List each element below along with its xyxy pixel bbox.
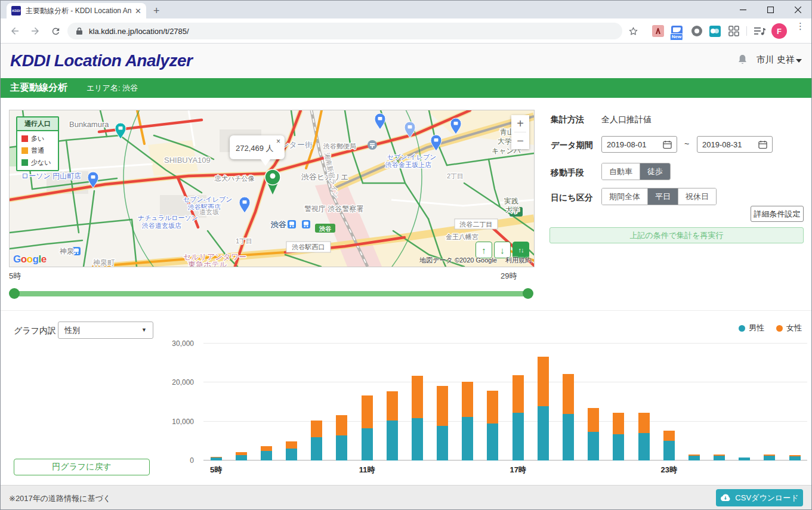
new-tab-button[interactable]: + <box>153 5 160 17</box>
tooltip-close-icon[interactable]: × <box>276 138 280 145</box>
csv-download-button[interactable]: CSVダウンロード <box>716 489 803 506</box>
cloud-download-icon <box>720 494 731 502</box>
map-label-shibuya109: SHIBUYA109 <box>164 156 211 165</box>
shibuya-station-icon[interactable] <box>288 220 296 228</box>
map-label-natural-lawson-1: ナチュラルローソン <box>138 214 198 221</box>
new-badge: New <box>670 33 683 41</box>
lock-icon <box>76 27 83 35</box>
browser-window: KDDI 主要動線分析 - KDDI Location An ✕ + kla.k… <box>0 0 812 510</box>
bar-14時 <box>430 344 455 460</box>
map-label-lawson: ローソン 円山町店 <box>21 172 81 180</box>
bar-13時 <box>405 344 430 460</box>
bar-24時 <box>681 344 706 460</box>
daytype-option-holiday[interactable]: 祝休日 <box>678 188 716 205</box>
close-button[interactable] <box>784 1 811 18</box>
bar-16時 <box>480 344 505 460</box>
browser-menu-icon[interactable]: ⋮ <box>796 24 805 29</box>
bar-segment-男性 <box>638 433 650 460</box>
notification-bell-icon[interactable] <box>737 54 748 66</box>
calendar-icon[interactable] <box>758 140 767 149</box>
chart-y-axis: 010,00020,00030,000 <box>150 344 199 460</box>
maximize-button[interactable] <box>757 1 784 18</box>
map-label-post-office: 渋谷郵便局 <box>323 143 356 150</box>
map-label-hachiko: 忠犬ハチ公像 <box>214 175 255 182</box>
date-to-input[interactable]: 2019-08-31 <box>697 136 773 153</box>
map-label-shibuya-shield: 渋谷 <box>319 225 332 232</box>
bar-18時 <box>530 344 555 460</box>
rerun-aggregation-button[interactable]: 上記の条件で集計を再実行 <box>549 227 804 243</box>
bar-segment-男性 <box>336 435 347 460</box>
terms-link[interactable]: 利用規約 <box>505 256 532 265</box>
time-range-slider[interactable] <box>14 291 528 296</box>
bar-19時 <box>555 344 581 460</box>
bar-21時 <box>606 344 631 460</box>
extension-teal-icon[interactable] <box>708 24 721 38</box>
bar-17時: 17時 <box>505 344 530 460</box>
google-map[interactable]: 渋谷駅西口 渋谷二丁目 渋谷 3 Bunkamura 松濤 ローソン 円 <box>10 110 534 267</box>
daytype-option-all[interactable]: 期間全体 <box>602 188 648 205</box>
browser-tab[interactable]: KDDI 主要動線分析 - KDDI Location An ✕ <box>7 3 146 18</box>
bar-segment-男性 <box>462 417 473 460</box>
breakdown-label: グラフ内訳 <box>14 326 56 336</box>
y-tick-label: 20,000 <box>172 378 194 387</box>
map-label-jissen-1: 実践 <box>504 197 518 205</box>
transport-option-car[interactable]: 自動車 <box>602 163 640 180</box>
bar-segment-女性 <box>563 374 574 414</box>
extension-blue-new-icon[interactable]: New <box>670 24 683 38</box>
detail-settings-button[interactable]: 詳細条件設定 <box>751 206 804 222</box>
daytype-option-weekday[interactable]: 平日 <box>648 188 678 205</box>
bar-segment-女性 <box>638 413 650 434</box>
bar-segment-女性 <box>311 421 322 437</box>
bar-26時 <box>732 344 757 460</box>
transport-toggle: 自動車 徒歩 <box>601 163 671 180</box>
bookmark-star-icon[interactable] <box>626 24 640 38</box>
x-tick-label: 11時 <box>359 465 375 475</box>
user-name[interactable]: 市川 史祥 <box>757 54 802 66</box>
y-tick-label: 30,000 <box>172 339 194 348</box>
extension-grid-icon[interactable] <box>727 24 740 38</box>
bar-segment-男性 <box>412 418 423 460</box>
kddi-favicon: KDDI <box>11 6 21 16</box>
date-from-input[interactable]: 2019-08-01 <box>601 136 677 153</box>
bar-segment-女性 <box>538 357 549 406</box>
profile-avatar[interactable]: F <box>771 23 787 39</box>
bar-10時 <box>329 344 354 460</box>
x-tick-label: 5時 <box>210 465 222 475</box>
x-tick-label: 17時 <box>510 465 526 475</box>
address-bar[interactable]: kla.kddi.ne.jp/location/t/2785/ <box>67 23 622 39</box>
map-label-seven-west-1: セブン-イレブン <box>183 196 232 203</box>
legend-item-high: 多い <box>21 134 54 143</box>
bar-segment-女性 <box>362 395 373 428</box>
calendar-icon[interactable] <box>663 140 672 149</box>
transport-option-walk[interactable]: 徒歩 <box>640 163 670 180</box>
reload-button[interactable] <box>48 24 63 38</box>
zoom-out-button[interactable]: − <box>511 132 529 149</box>
map-label-jissen-2: 大学 <box>505 206 520 214</box>
bar-23時: 23時 <box>656 344 681 460</box>
method-label: 集計方法 <box>551 115 584 125</box>
bar-segment-男性 <box>311 437 322 460</box>
bar-segment-女性 <box>387 391 398 421</box>
bar-27時 <box>757 344 782 460</box>
bar-segment-男性 <box>437 426 448 460</box>
minimize-button[interactable] <box>729 1 757 18</box>
tab-close-icon[interactable]: ✕ <box>135 7 141 15</box>
forward-button[interactable] <box>28 24 42 38</box>
back-to-pie-chart-button[interactable]: 円グラフに戻す <box>14 459 150 475</box>
slider-handle-left[interactable] <box>9 288 20 299</box>
shibuya-metro-icon[interactable] <box>302 220 310 228</box>
extension-adobe-icon[interactable] <box>652 24 665 38</box>
bar-segment-男性 <box>764 456 775 460</box>
bar-segment-男性 <box>688 456 700 460</box>
map-label-bunkamura: Bunkamura <box>69 120 109 129</box>
extension-gray-icon[interactable] <box>690 24 703 38</box>
page-nav-bar: 主要動線分析 エリア名: 渋谷 <box>1 78 811 98</box>
back-button[interactable] <box>8 24 22 38</box>
slider-handle-right[interactable] <box>523 288 533 299</box>
bar-9時 <box>304 344 329 460</box>
bar-segment-男性 <box>387 421 398 460</box>
breakdown-select[interactable]: 性別 ▼ <box>58 322 153 339</box>
playlist-icon[interactable] <box>753 24 766 38</box>
map-panel[interactable]: 渋谷駅西口 渋谷二丁目 渋谷 3 Bunkamura 松濤 ローソン 円 <box>9 110 535 267</box>
zoom-in-button[interactable]: + <box>511 115 529 132</box>
